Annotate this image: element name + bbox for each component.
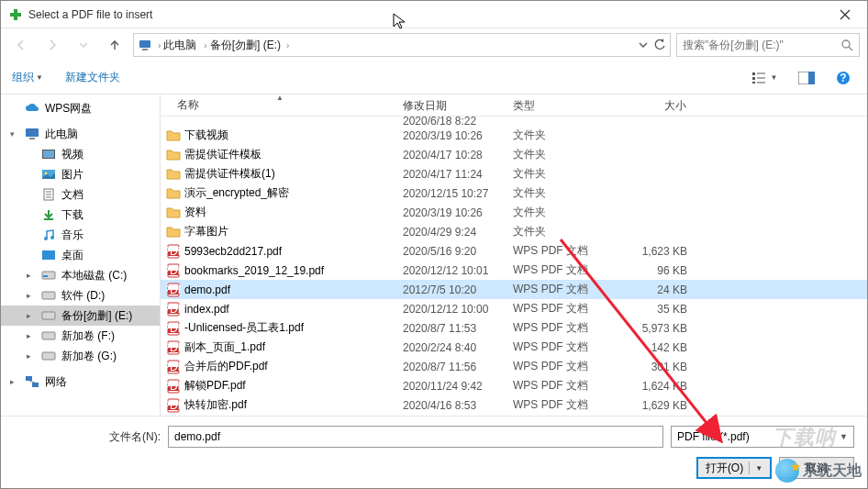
drive-icon — [41, 268, 56, 283]
recent-dropdown[interactable] — [71, 33, 96, 57]
file-row[interactable]: PDF解锁PDF.pdf2020/11/24 9:42WPS PDF 文档1,6… — [161, 376, 867, 395]
breadcrumb-item[interactable]: ›此电脑 — [156, 38, 198, 53]
column-header-size[interactable]: 大小 — [618, 94, 693, 116]
breadcrumb-label: 备份[勿删] (E:) — [210, 38, 281, 53]
file-date: 2020/4/16 8:53 — [397, 399, 507, 412]
search-input[interactable] — [683, 39, 835, 51]
file-row[interactable]: 演示_encrypted_解密2020/12/15 10:27文件夹 — [161, 183, 867, 203]
file-row[interactable]: PDF5993ecb2dd217.pdf2020/5/16 9:20WPS PD… — [161, 241, 867, 261]
file-row[interactable]: 字幕图片2020/4/29 9:24文件夹 — [161, 222, 867, 241]
file-date: 2020/6/18 8:22 — [397, 117, 507, 126]
file-row[interactable]: 需提供证件模板(1)2020/4/17 11:24文件夹 — [161, 164, 867, 183]
svg-rect-37 — [42, 352, 55, 360]
breadcrumb-item[interactable]: ›备份[勿删] (E:)› — [202, 38, 291, 53]
file-list[interactable]: 2020/6/18 8:22 下载视频2020/3/19 10:26文件夹需提供… — [161, 117, 867, 416]
sidebar-item-disk-f[interactable]: ▸新加卷 (F:) — [1, 326, 160, 346]
sidebar-item-disk-e[interactable]: ▸备份[勿删] (E:) — [1, 306, 160, 326]
svg-rect-9 — [752, 77, 755, 80]
svg-rect-35 — [42, 312, 55, 319]
svg-rect-5 — [142, 49, 148, 50]
column-header-type[interactable]: 类型 — [507, 94, 618, 116]
new-folder-button[interactable]: 新建文件夹 — [65, 70, 120, 85]
truncated-row: 2020/6/18 8:22 — [161, 117, 867, 126]
pdf-icon: PDF — [166, 398, 181, 413]
file-name: bookmarks_2019_12_19.pdf — [184, 264, 324, 277]
preview-pane-button[interactable] — [794, 67, 819, 89]
address-bar[interactable]: ›此电脑 ›备份[勿删] (E:)› — [133, 33, 671, 57]
file-row[interactable]: PDF合并后的PDF.pdf2020/8/7 11:56WPS PDF 文档30… — [161, 357, 867, 376]
view-mode-button[interactable]: ▼ — [746, 67, 783, 89]
pc-icon — [138, 38, 152, 52]
sidebar-label: 网络 — [45, 374, 67, 390]
file-row[interactable]: 资料2020/3/19 10:26文件夹 — [161, 203, 867, 222]
file-type: WPS PDF 文档 — [507, 262, 618, 278]
drive-icon — [41, 349, 56, 363]
sidebar-item-thispc[interactable]: ▾此电脑 — [1, 124, 160, 144]
search-icon[interactable] — [840, 39, 853, 51]
file-row[interactable]: PDFdemo.pdf2012/7/5 10:20WPS PDF 文档24 KB — [161, 280, 867, 299]
svg-rect-33 — [43, 275, 48, 277]
file-name: 下载视频 — [184, 128, 228, 143]
file-name: 5993ecb2dd217.pdf — [184, 245, 282, 258]
filename-input[interactable] — [168, 426, 663, 448]
svg-rect-21 — [43, 150, 54, 158]
history-dropdown[interactable] — [639, 40, 648, 50]
sidebar-item-disk-c[interactable]: ▸本地磁盘 (C:) — [1, 265, 160, 285]
svg-line-7 — [849, 47, 852, 50]
refresh-icon — [653, 39, 666, 51]
file-name: 副本_页面_1.pdf — [184, 339, 265, 355]
file-size: 35 KB — [618, 303, 693, 316]
svg-rect-1 — [10, 13, 21, 17]
help-button[interactable]: ? — [830, 67, 856, 89]
app-icon — [8, 7, 23, 22]
organize-menu[interactable]: 组织 ▼ — [12, 70, 43, 85]
file-row[interactable]: 下载视频2020/3/19 10:26文件夹 — [161, 126, 867, 145]
file-row[interactable]: PDFbookmarks_2019_12_19.pdf2020/12/12 10… — [161, 261, 867, 280]
close-button[interactable] — [827, 2, 863, 28]
sidebar-item-network[interactable]: ▸网络 — [1, 372, 160, 392]
pdf-icon: PDF — [166, 321, 181, 336]
file-date: 2020/11/24 9:42 — [397, 380, 507, 393]
sidebar-item-disk-g[interactable]: ▸新加卷 (G:) — [1, 346, 160, 366]
sidebar-item-music[interactable]: 音乐 — [1, 225, 160, 245]
sidebar-item-documents[interactable]: 文档 — [1, 184, 160, 205]
file-row[interactable]: 需提供证件模板2020/4/17 10:28文件夹 — [161, 145, 867, 164]
svg-rect-38 — [26, 376, 32, 381]
svg-rect-18 — [26, 128, 39, 137]
sidebar-item-pictures[interactable]: 图片 — [1, 164, 160, 184]
file-row[interactable]: PDFindex.pdf2020/12/12 10:00WPS PDF 文档35… — [161, 299, 867, 318]
svg-line-40 — [29, 381, 35, 383]
close-icon — [840, 9, 851, 20]
refresh-button[interactable] — [653, 39, 666, 51]
file-type: WPS PDF 文档 — [507, 359, 618, 374]
up-button[interactable] — [102, 33, 128, 57]
sidebar-item-desktop[interactable]: 桌面 — [1, 245, 160, 265]
open-button[interactable]: 打开(O) ▼ — [696, 457, 772, 479]
column-header-date[interactable]: 修改日期 — [397, 94, 507, 116]
sidebar-item-wps[interactable]: WPS网盘 — [1, 98, 160, 118]
file-type-filter[interactable]: PDF file (*.pdf) ▼ — [671, 426, 854, 448]
window-title: Select a PDF file to insert — [28, 8, 827, 21]
sidebar-item-video[interactable]: 视频 — [1, 144, 160, 164]
sidebar-item-disk-d[interactable]: ▸软件 (D:) — [1, 285, 160, 306]
sidebar-item-downloads[interactable]: 下载 — [1, 205, 160, 225]
file-date: 2020/4/29 9:24 — [397, 226, 507, 239]
search-box[interactable] — [676, 33, 860, 57]
filename-label: 文件名(N): — [14, 429, 161, 445]
folder-icon — [166, 148, 181, 162]
folder-icon — [166, 206, 181, 220]
file-row[interactable]: PDF快转加密.pdf2020/4/16 8:53WPS PDF 文档1,629… — [161, 395, 867, 415]
back-button[interactable] — [8, 33, 34, 57]
pdf-icon: PDF — [166, 283, 181, 297]
file-row[interactable]: PDF副本_页面_1.pdf2020/2/24 8:40WPS PDF 文档14… — [161, 338, 867, 357]
file-name: 资料 — [184, 205, 206, 220]
file-date: 2020/12/12 10:01 — [397, 264, 507, 277]
file-date: 2020/8/7 11:53 — [397, 322, 507, 335]
file-date: 2020/3/19 10:26 — [397, 129, 507, 142]
forward-button[interactable] — [39, 33, 65, 57]
file-type: WPS PDF 文档 — [507, 243, 618, 259]
svg-rect-34 — [42, 292, 55, 299]
help-icon: ? — [836, 71, 851, 85]
file-panel: ▲ 名称 修改日期 类型 大小 2020/6/18 8:22 下载视频2020/… — [161, 94, 867, 416]
file-row[interactable]: PDF-Unlicensed-员工表1.pdf2020/8/7 11:53WPS… — [161, 318, 867, 338]
